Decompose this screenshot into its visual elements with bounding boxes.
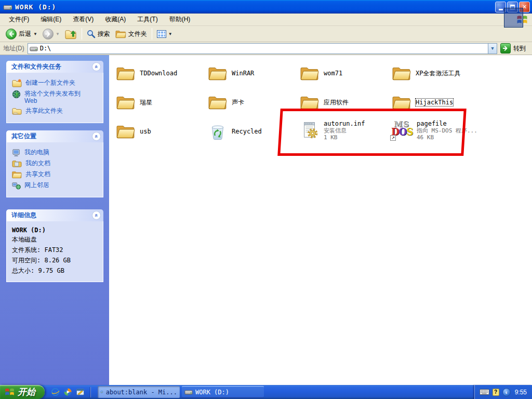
share-folder-icon	[12, 107, 22, 115]
panel-details-header[interactable]: 详细信息 «	[6, 209, 103, 221]
media-player-icon[interactable]	[63, 388, 72, 396]
forward-arrow-icon	[43, 29, 54, 39]
details-total-size: 总大小: 9.75 GB	[12, 267, 101, 275]
details-drive-name: WORK (D:)	[12, 227, 101, 234]
file-name: TDDownload	[140, 70, 177, 77]
collapse-chevron-icon[interactable]: «	[92, 132, 101, 141]
folder-icon	[116, 123, 135, 140]
toolbar-separator	[152, 28, 152, 39]
task-share-folder[interactable]: 共享此文件夹	[12, 107, 95, 115]
back-button[interactable]: 后退 ▼	[3, 28, 40, 41]
panel-other-places: 其它位置 « 我的电脑 我的文档	[6, 130, 103, 197]
file-tile-ruixing[interactable]: 瑞星	[116, 90, 206, 114]
views-dropdown-caret[interactable]: ▼	[168, 32, 172, 36]
back-dropdown-caret[interactable]: ▼	[33, 32, 37, 36]
forward-dropdown-caret[interactable]: ▼	[56, 32, 60, 36]
address-dropdown-button[interactable]: ▼	[488, 44, 497, 54]
menu-help[interactable]: 帮助(H)	[164, 14, 196, 25]
selection-overlay	[504, 8, 523, 28]
panel-file-tasks: 文件和文件夹任务 « 创建一个新文件夹 将这个文件夹发布到 Web	[6, 61, 103, 123]
folder-icon	[392, 94, 411, 111]
task-label: 共享此文件夹	[25, 107, 94, 114]
file-tile-soundcard[interactable]: 声卡	[208, 90, 298, 114]
file-tile-autorun[interactable]: autorun.inf 安装信息 1 KB	[300, 118, 390, 142]
shared-documents-icon	[12, 170, 22, 179]
address-label: 地址(D)	[3, 44, 24, 53]
ime-help-icon[interactable]: ?	[493, 389, 499, 396]
menu-edit[interactable]: 编辑(E)	[35, 14, 67, 25]
panel-title: 其它位置	[11, 132, 36, 141]
panel-other-places-header[interactable]: 其它位置 «	[6, 130, 103, 142]
back-arrow-icon	[6, 29, 17, 39]
toolbar: 后退 ▼ ▼ 搜索 文件夹	[0, 26, 532, 42]
collapse-chevron-icon[interactable]: «	[92, 211, 101, 220]
address-input[interactable]: D:\ ▼	[28, 43, 497, 54]
views-button[interactable]: ▼	[154, 29, 175, 39]
title-bar[interactable]: WORK (D:) ✕	[0, 0, 532, 14]
shortcut-arrow-icon: ↗	[390, 135, 396, 141]
keyboard-icon[interactable]	[480, 389, 489, 395]
search-icon	[87, 30, 96, 38]
file-tile-wom71[interactable]: wom71	[300, 61, 390, 85]
start-label: 开始	[18, 386, 35, 398]
address-bar: 地址(D) D:\ ▼ 转到	[0, 42, 532, 55]
collapse-chevron-icon[interactable]: «	[92, 62, 101, 71]
file-tile-xp-activation[interactable]: XP全套激活工具	[392, 61, 482, 85]
recycle-bin-icon	[208, 123, 227, 140]
file-tile-tddownload[interactable]: TDDownload	[116, 61, 206, 85]
internet-explorer-icon[interactable]	[51, 388, 60, 396]
taskbar-button-explorer[interactable]: WORK (D:)	[182, 386, 264, 398]
toolbar-separator	[82, 28, 82, 39]
file-name: 应用软件	[324, 98, 349, 107]
up-folder-icon	[65, 29, 77, 39]
file-name: wom71	[324, 70, 342, 77]
task-new-folder[interactable]: 创建一个新文件夹	[12, 79, 95, 87]
quick-launch-bar	[45, 387, 96, 397]
setup-information-icon	[300, 122, 319, 139]
menu-view[interactable]: 查看(V)	[67, 14, 99, 25]
taskbar: 开始 about:blank - Mi... WORK (D:) ? ‹ 9:5…	[0, 385, 532, 399]
panel-title: 文件和文件夹任务	[11, 62, 61, 71]
show-desktop-icon[interactable]	[76, 388, 85, 396]
taskbar-button-label: WORK (D:)	[195, 389, 229, 396]
up-button[interactable]	[62, 28, 79, 41]
file-tile-hijackthis[interactable]: HijackThis	[392, 90, 482, 114]
file-tile-winrar[interactable]: WinRAR	[208, 61, 298, 85]
folders-button[interactable]: 文件夹	[113, 29, 150, 39]
file-size: 46 KB	[417, 134, 477, 141]
file-name: 瑞星	[140, 98, 152, 107]
place-network[interactable]: 网上邻居	[12, 181, 95, 190]
panel-title: 详细信息	[11, 211, 36, 220]
task-label: 创建一个新文件夹	[25, 79, 94, 86]
file-list-area[interactable]: TDDownload WinRAR wom71 XP全套激活工具 瑞星	[109, 55, 532, 385]
start-button[interactable]: 开始	[0, 385, 45, 399]
details-filesystem: 文件系统: FAT32	[12, 246, 101, 255]
place-my-computer[interactable]: 我的电脑	[12, 149, 95, 157]
search-button[interactable]: 搜索	[84, 29, 113, 39]
place-label: 我的文档	[25, 159, 94, 167]
task-publish-web[interactable]: 将这个文件夹发布到 Web	[12, 90, 95, 104]
internet-explorer-icon	[100, 388, 103, 396]
go-button[interactable]: 转到	[497, 43, 530, 54]
menu-tools[interactable]: 工具(T)	[131, 14, 163, 25]
file-name: Recycled	[232, 128, 262, 135]
place-label: 共享文档	[25, 170, 94, 178]
panel-file-tasks-header[interactable]: 文件和文件夹任务 «	[6, 61, 103, 73]
quick-launch-separator	[90, 387, 91, 397]
menu-file[interactable]: 文件(F)	[3, 14, 35, 25]
taskbar-button-iexplore[interactable]: about:blank - Mi...	[98, 386, 180, 398]
place-shared-documents[interactable]: 共享文档	[12, 170, 95, 179]
file-tile-pagefile[interactable]: MS DOS ↗ pagefile 指向 MS-DOS 程序... 46 KB	[391, 118, 481, 142]
drive-icon	[184, 389, 193, 395]
place-my-documents[interactable]: 我的文档	[12, 159, 95, 168]
my-computer-icon	[12, 149, 21, 157]
menu-favorites[interactable]: 收藏(A)	[99, 14, 131, 25]
file-tile-apps[interactable]: 应用软件	[300, 90, 390, 114]
file-tile-recycled[interactable]: Recycled	[208, 119, 298, 143]
folder-icon	[300, 64, 319, 82]
file-size: 1 KB	[324, 134, 365, 141]
file-tile-usb[interactable]: usb	[116, 119, 206, 143]
folder-icon	[116, 94, 135, 111]
hide-icons-chevron-icon[interactable]: ‹	[502, 388, 511, 396]
forward-button[interactable]: ▼	[40, 28, 62, 41]
